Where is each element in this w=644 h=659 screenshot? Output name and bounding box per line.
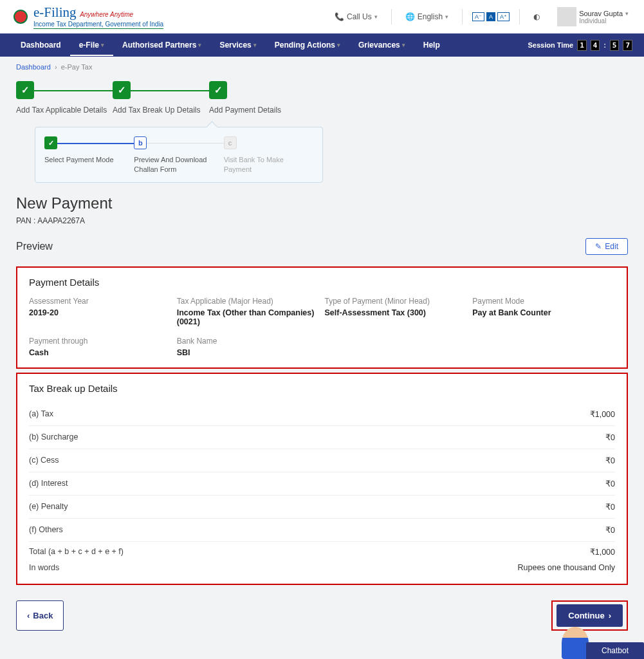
crumb-current: e-Pay Tax [61,63,93,71]
chevron-down-icon: ▾ [253,42,257,48]
chatbot-fab[interactable]: Chatbot [562,627,644,650]
user-menu[interactable]: Sourav Gupta▾ Individual [553,7,632,26]
field-label: Type of Payment (Minor Head) [325,297,468,306]
chevron-right-icon: › [609,611,611,620]
breadcrumb: Dashboard › e-Pay Tax [0,57,644,77]
field-value: SBI [177,348,320,357]
detail-field: Assessment Year2019-20 [29,297,172,326]
sub-step-c: c Visit Bank To Make Payment [224,136,313,174]
breakup-row: (f) Others0 [29,519,615,542]
sub-step-b: b Preview And Download Challan Form [134,136,223,174]
chevron-left-icon: ‹ [27,611,30,620]
primary-nav: Dashboard e-File▾ Authorised Partners▾ S… [0,33,644,57]
detail-field: Payment ModePay at Bank Counter [472,297,615,326]
breakup-row: (c) Cess0 [29,449,615,472]
chevron-down-icon: ▾ [625,10,629,17]
language-dropdown[interactable]: 🌐English▾ [401,12,452,21]
field-value: Pay at Bank Counter [472,308,615,317]
font-default-button[interactable]: A [486,12,495,21]
page-title: New Payment [16,194,628,212]
payment-details-card: Payment Details Assessment Year2019-20Ta… [16,266,628,369]
field-label: Payment through [29,337,172,346]
nav-authorised-partners[interactable]: Authorised Partners▾ [113,34,210,56]
pan-line: PAN : AAAPA2267A [0,214,644,234]
detail-field: Type of Payment (Minor Head)Self-Assessm… [325,297,468,326]
sub-step-a: ✓ Select Payment Mode [44,136,134,165]
tax-breakup-card: Tax Break up Details (a) Tax1,000(b) Sur… [16,373,628,585]
contrast-icon: ◐ [533,12,540,21]
nav-help[interactable]: Help [414,34,449,56]
field-label: Payment Mode [472,297,615,306]
step-2: ✓ Add Tax Break Up Details [113,81,209,115]
breakup-row: (e) Penalty0 [29,496,615,519]
field-value: Cash [29,348,172,357]
crumb-dashboard[interactable]: Dashboard [16,63,51,71]
edit-button[interactable]: ✎ Edit [585,238,628,255]
globe-icon: 🌐 [405,12,415,21]
chevron-down-icon: ▾ [374,14,378,20]
field-value: 2019-20 [29,308,172,317]
brand-subtitle: Income Tax Department, Government of Ind… [33,21,163,29]
step-3: ✓ Add Payment Details [209,81,306,115]
nav-pending-actions[interactable]: Pending Actions▾ [266,34,349,56]
check-icon: ✓ [209,81,227,99]
chevron-down-icon: ▾ [445,14,448,20]
main-stepper: ✓ Add Tax Applicable Details ✓ Add Tax B… [0,77,644,127]
field-value: Self-Assessment Tax (300) [325,308,468,317]
continue-button[interactable]: Continue › [557,604,623,627]
gov-emblem-icon [12,6,30,28]
nav-dashboard[interactable]: Dashboard [12,34,70,56]
brand-tagline: Anywhere Anytime [80,11,133,18]
field-label: Assessment Year [29,297,172,306]
nav-efile[interactable]: e-File▾ [70,34,113,56]
page-title-block: New Payment [0,183,644,214]
total-row: Total (a + b + c + d + e + f) 1,000 [29,542,615,558]
sub-stepper-box: ✓ Select Payment Mode b Preview And Down… [35,127,323,183]
nav-grievances[interactable]: Grievances▾ [349,34,414,56]
check-icon: ✓ [16,81,34,99]
chevron-down-icon: ▾ [198,42,201,48]
pencil-icon: ✎ [595,242,602,251]
back-button[interactable]: ‹ Back [16,600,64,631]
font-increase-button[interactable]: A⁺ [497,12,510,21]
brand-logo[interactable]: e-Filing Anywhere Anytime Income Tax Dep… [12,5,163,29]
breakup-row: (a) Tax1,000 [29,403,615,426]
font-size-controls: A⁻ A A⁺ [472,12,510,21]
font-decrease-button[interactable]: A⁻ [472,12,484,21]
chevron-down-icon: ▾ [337,42,340,48]
breakup-row: (d) Interest0 [29,472,615,496]
chevron-down-icon: ▾ [101,42,104,48]
breakup-row: (b) Surcharge0 [29,426,615,449]
step-1: ✓ Add Tax Applicable Details [16,81,113,115]
avatar [557,7,576,26]
contrast-toggle[interactable]: ◐ [529,12,544,21]
call-us-dropdown[interactable]: 📞Call Us▾ [331,12,382,21]
brand-title: e-Filing [33,5,77,20]
field-label: Bank Name [177,337,320,346]
action-row: ‹ Back Continue › [0,589,644,650]
chatbot-avatar-icon [562,627,589,650]
words-row: In words Rupees one thousand Only [29,558,615,573]
phone-icon: 📞 [335,12,344,21]
nav-services[interactable]: Services▾ [210,34,265,56]
detail-field: Bank NameSBI [177,337,320,357]
card-heading: Payment Details [29,277,615,288]
detail-field: Payment throughCash [29,337,172,357]
check-icon: ✓ [113,81,131,99]
preview-label: Preview [16,241,53,252]
card-heading: Tax Break up Details [29,383,615,394]
continue-highlight: Continue › [551,600,628,631]
field-value: Income Tax (Other than Companies) (0021) [177,308,320,326]
session-timer: Session Time 1 4 : 5 7 [528,40,632,51]
chevron-down-icon: ▾ [402,42,405,48]
preview-header: Preview ✎ Edit [0,234,644,263]
check-icon: ✓ [44,136,57,149]
top-header: e-Filing Anywhere Anytime Income Tax Dep… [0,0,644,33]
detail-field: Tax Applicable (Major Head)Income Tax (O… [177,297,320,326]
field-label: Tax Applicable (Major Head) [177,297,320,306]
